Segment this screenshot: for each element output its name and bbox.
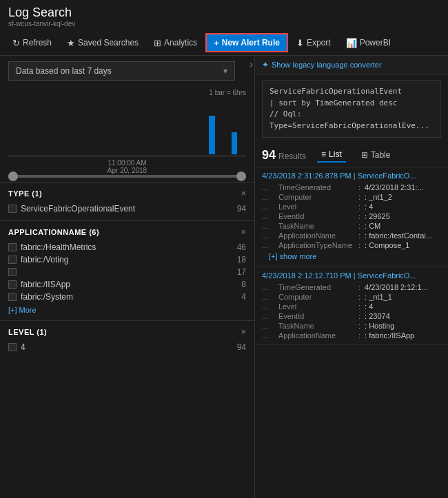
log-entry-header-0[interactable]: 4/23/2018 2:31:26.878 PM | ServiceFabric… bbox=[262, 172, 441, 180]
filter-item-level-0[interactable]: 494 bbox=[8, 341, 246, 353]
filter-item-type-0[interactable]: ServiceFabricOperationalEvent94 bbox=[8, 203, 246, 215]
log-field-name-0-2: Level bbox=[278, 203, 354, 211]
toolbar: ↻ Refresh ★ Saved Searches ⊞ Analytics +… bbox=[0, 30, 448, 56]
log-field-0-1: ...Computer:: _nt1_2 bbox=[262, 192, 441, 202]
bar-8 bbox=[61, 154, 68, 154]
log-field-name-1-3: EventId bbox=[278, 312, 354, 320]
timestamp-line1: 11:00:00 AM bbox=[8, 159, 246, 167]
bar-17 bbox=[128, 154, 134, 154]
log-field-dots-0-4[interactable]: ... bbox=[262, 222, 276, 230]
filter-item-label-level-0: 4 bbox=[21, 342, 26, 352]
filter-item-left: fabric:/Voting bbox=[8, 255, 68, 264]
log-field-name-1-2: Level bbox=[278, 302, 354, 311]
filter-item-applicationname-4[interactable]: fabric:/System4 bbox=[8, 291, 246, 303]
log-field-dots-0-2[interactable]: ... bbox=[262, 203, 276, 211]
log-field-dots-0-3[interactable]: ... bbox=[262, 212, 276, 220]
collapse-icon[interactable]: › bbox=[250, 59, 253, 70]
saved-searches-button[interactable]: ★ Saved Searches bbox=[60, 34, 145, 51]
log-field-1-3: ...EventId:: 23074 bbox=[262, 311, 441, 321]
table-view-button[interactable]: ⊞ Table bbox=[357, 148, 395, 162]
powerbi-button[interactable]: 📊 PowerBI bbox=[339, 34, 398, 51]
log-field-sep-1-2: : bbox=[358, 302, 360, 311]
bar-2 bbox=[17, 154, 23, 154]
filter-section-level: LEVEL (1)×494 bbox=[0, 320, 254, 359]
log-field-name-1-1: Computer bbox=[278, 293, 354, 301]
bar-28 bbox=[209, 116, 215, 154]
filter-item-applicationname-0[interactable]: fabric:/HealthMetrics46 bbox=[8, 241, 246, 253]
log-field-1-5: ...ApplicationName:: fabric:/IISApp bbox=[262, 331, 441, 340]
date-range-selector[interactable]: Data based on last 7 days ▾ bbox=[8, 61, 235, 81]
log-field-name-1-4: TaskName bbox=[278, 322, 354, 330]
bar-13 bbox=[99, 154, 105, 154]
filter-item-label-applicationname-0: fabric:/HealthMetrics bbox=[21, 242, 96, 252]
bar-14 bbox=[105, 154, 112, 154]
filter-close-level[interactable]: × bbox=[241, 326, 246, 337]
new-alert-button[interactable]: + New Alert Rule bbox=[205, 33, 288, 52]
results-label: Results bbox=[278, 152, 306, 161]
filter-item-applicationname-2[interactable]: 17 bbox=[8, 266, 246, 278]
filter-item-applicationname-1[interactable]: fabric:/Voting18 bbox=[8, 253, 246, 266]
log-field-1-0: ...TimeGenerated:4/23/2018 2:12:1... bbox=[262, 282, 441, 292]
export-button[interactable]: ⬇ Export bbox=[289, 34, 338, 51]
query-line-1: ServiceFabricOperationalEvent bbox=[269, 86, 434, 98]
slider-thumb-right[interactable] bbox=[236, 172, 246, 181]
filter-checkbox-applicationname-1[interactable] bbox=[8, 256, 17, 264]
log-field-dots-1-1[interactable]: ... bbox=[262, 293, 276, 301]
filter-item-left: fabric:/IISApp bbox=[8, 280, 70, 289]
slider-thumb-left[interactable] bbox=[8, 172, 18, 181]
filter-checkbox-type-0[interactable] bbox=[8, 205, 17, 213]
filter-item-count-applicationname-2: 17 bbox=[237, 267, 246, 277]
filter-item-left: 4 bbox=[8, 342, 26, 352]
filter-checkbox-applicationname-4[interactable] bbox=[8, 293, 17, 301]
filter-item-count-applicationname-0: 46 bbox=[237, 242, 246, 252]
query-box: ServiceFabricOperationalEvent | sort by … bbox=[262, 80, 441, 138]
bar-7 bbox=[54, 154, 60, 154]
log-field-name-0-1: Computer bbox=[278, 193, 354, 201]
filter-item-count-applicationname-4: 4 bbox=[241, 292, 246, 302]
bar-19 bbox=[143, 154, 149, 154]
log-field-dots-0-0[interactable]: ... bbox=[262, 183, 276, 191]
bar-6 bbox=[47, 154, 53, 154]
main-layout: › Data based on last 7 days ▾ 1 bar = 6h… bbox=[0, 56, 448, 498]
log-field-dots-1-5[interactable]: ... bbox=[262, 331, 276, 340]
legacy-bar[interactable]: ✦ Show legacy language converter bbox=[255, 56, 448, 74]
log-field-dots-0-1[interactable]: ... bbox=[262, 193, 276, 201]
log-field-dots-0-5[interactable]: ... bbox=[262, 231, 276, 240]
log-field-dots-1-4[interactable]: ... bbox=[262, 322, 276, 330]
log-field-sep-0-3: : bbox=[358, 212, 360, 220]
filter-close-type[interactable]: × bbox=[241, 188, 246, 198]
log-field-value-1-0: 4/23/2018 2:12:1... bbox=[365, 283, 428, 291]
log-entry-header-1[interactable]: 4/23/2018 2:12:12.710 PM | ServiceFabric… bbox=[262, 271, 441, 280]
results-count: 94 Results bbox=[262, 148, 306, 163]
log-field-value-1-2: : 4 bbox=[365, 302, 373, 311]
log-field-dots-0-6[interactable]: ... bbox=[262, 241, 276, 249]
log-field-value-1-3: : 23074 bbox=[365, 312, 390, 320]
filter-header-level: LEVEL (1)× bbox=[8, 326, 246, 337]
log-entry-1: 4/23/2018 2:12:12.710 PM | ServiceFabric… bbox=[255, 267, 448, 345]
bar-20 bbox=[150, 154, 156, 154]
log-field-dots-1-3[interactable]: ... bbox=[262, 312, 276, 320]
filter-checkbox-applicationname-0[interactable] bbox=[8, 243, 17, 251]
list-view-button[interactable]: ≡ List bbox=[317, 147, 346, 163]
log-show-more-0[interactable]: [+] show more bbox=[262, 250, 441, 262]
filter-checkbox-level-0[interactable] bbox=[8, 343, 17, 351]
log-entry-0: 4/23/2018 2:31:26.878 PM | ServiceFabric… bbox=[255, 167, 448, 267]
filter-item-left: fabric:/HealthMetrics bbox=[8, 242, 96, 252]
log-field-value-0-4: : CM bbox=[365, 222, 380, 230]
log-field-0-0: ...TimeGenerated:4/23/2018 2:31:... bbox=[262, 183, 441, 192]
log-field-dots-1-2[interactable]: ... bbox=[262, 302, 276, 311]
filter-checkbox-applicationname-3[interactable] bbox=[8, 280, 17, 289]
analytics-button[interactable]: ⊞ Analytics bbox=[147, 34, 204, 51]
log-field-sep-1-4: : bbox=[358, 322, 360, 330]
filter-item-applicationname-3[interactable]: fabric:/IISApp8 bbox=[8, 278, 246, 291]
filter-close-applicationname[interactable]: × bbox=[241, 227, 246, 237]
chart-area: 1 bar = 6hrs bbox=[0, 86, 254, 171]
filter-checkbox-applicationname-2[interactable] bbox=[8, 268, 17, 276]
refresh-button[interactable]: ↻ Refresh bbox=[6, 34, 59, 51]
filter-title-applicationname: APPLICATIONNAME (6) bbox=[8, 228, 99, 236]
slider-fill bbox=[8, 175, 246, 178]
table-label: Table bbox=[371, 150, 391, 160]
filter-more-applicationname[interactable]: [+] More bbox=[8, 306, 37, 314]
log-field-dots-1-0[interactable]: ... bbox=[262, 283, 276, 291]
log-field-name-1-0: TimeGenerated bbox=[278, 283, 354, 291]
